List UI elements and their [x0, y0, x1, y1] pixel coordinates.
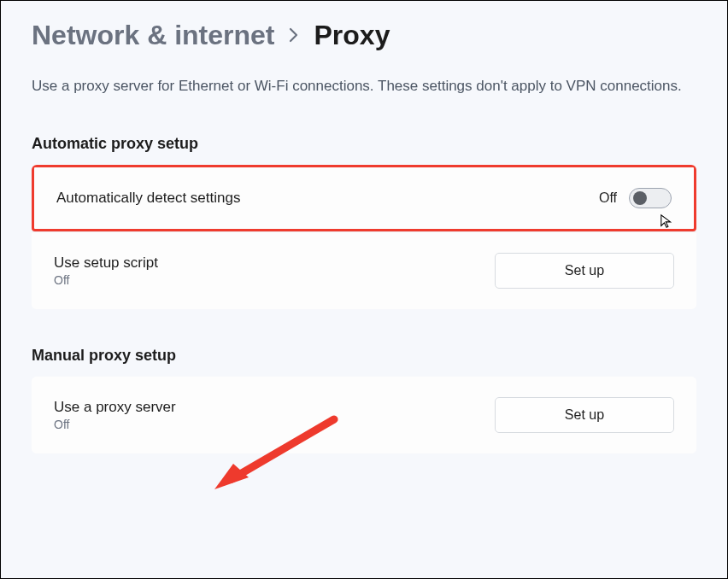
manual-proxy-heading: Manual proxy setup [32, 347, 696, 365]
chevron-right-icon [288, 24, 300, 48]
breadcrumb-current: Proxy [314, 20, 390, 51]
toggle-knob [633, 191, 647, 205]
proxy-server-state: Off [54, 418, 176, 431]
auto-detect-toggle[interactable] [629, 188, 672, 208]
setup-script-button[interactable]: Set up [495, 253, 674, 289]
proxy-server-row: Use a proxy server Off Set up [32, 377, 696, 453]
automatic-proxy-group: Automatically detect settings Off Use se… [32, 165, 696, 309]
proxy-server-button[interactable]: Set up [495, 397, 674, 433]
automatic-proxy-heading: Automatic proxy setup [32, 135, 696, 153]
setup-script-label: Use setup script [54, 254, 158, 272]
cursor-icon [660, 213, 675, 229]
breadcrumb: Network & internet Proxy [32, 20, 696, 51]
auto-detect-label: Automatically detect settings [56, 190, 240, 207]
manual-proxy-group: Use a proxy server Off Set up [32, 377, 696, 453]
setup-script-row: Use setup script Off Set up [32, 231, 696, 309]
breadcrumb-parent[interactable]: Network & internet [32, 20, 274, 51]
proxy-server-label: Use a proxy server [54, 399, 176, 416]
auto-detect-state: Off [599, 190, 617, 206]
page-description: Use a proxy server for Ethernet or Wi-Fi… [32, 75, 696, 97]
auto-detect-row: Automatically detect settings Off [32, 165, 696, 231]
setup-script-state: Off [54, 273, 158, 287]
